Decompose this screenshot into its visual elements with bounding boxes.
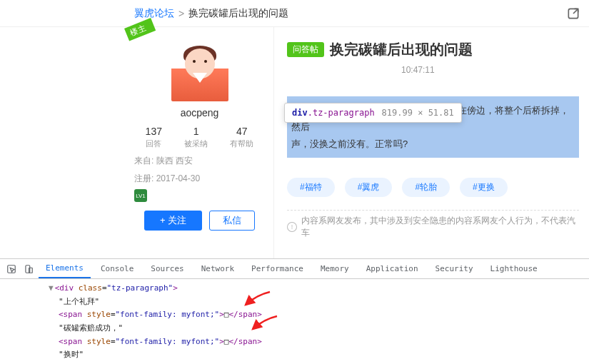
user-stats: 137回答 1被采纳 47有帮助 <box>134 126 265 149</box>
devtools-tabbar: Elements Console Sources Network Perform… <box>0 259 589 279</box>
tag-tire[interactable]: #轮胎 <box>402 178 450 197</box>
share-icon[interactable] <box>566 6 580 21</box>
inspect-icon[interactable] <box>4 262 19 276</box>
breadcrumb-separator: > <box>178 8 184 19</box>
dm-button[interactable]: 私信 <box>209 211 255 231</box>
post-area: 问答帖 换完碳罐后出现的问题 10:47:11 div.tz-paragraph… <box>274 27 589 258</box>
tag-replace[interactable]: #更换 <box>460 178 508 197</box>
stat-helpful[interactable]: 47有帮助 <box>230 126 253 149</box>
dom-span-2[interactable]: <span style="font-family: myfont;">□</sp… <box>39 335 589 349</box>
tab-security[interactable]: Security <box>428 260 480 278</box>
post-timestamp: 10:47:11 <box>401 65 579 75</box>
tab-memory[interactable]: Memory <box>313 260 356 278</box>
tag-ford[interactable]: #福特 <box>287 178 335 197</box>
dom-node[interactable]: ▼<div class="tz-paragraph"> <box>39 282 589 295</box>
user-card: 楼主 aocpeng 137回答 1被采纳 47有帮助 来自: 陕西 西安 注册… <box>126 27 274 258</box>
breadcrumb-link-forum[interactable]: 翼虎论坛 <box>134 7 174 20</box>
tab-lighthouse[interactable]: Lighthouse <box>483 260 545 278</box>
tab-application[interactable]: Application <box>359 260 426 278</box>
user-registered: 注册: 2017-04-30 <box>134 173 265 185</box>
device-icon[interactable] <box>21 262 36 276</box>
dom-text[interactable]: "上个礼拜" <box>39 295 589 309</box>
disclaimer: ! 内容系网友发布，其中涉及到安全隐患的内容系网友个人行为，不代表汽车 <box>287 210 579 239</box>
follow-button[interactable]: + 关注 <box>144 211 202 231</box>
stat-answers[interactable]: 137回答 <box>146 126 162 149</box>
info-icon: ! <box>287 222 297 232</box>
post-title: 换完碳罐后出现的问题 <box>330 40 473 59</box>
user-from: 来自: 陕西 西安 <box>134 155 265 167</box>
dom-text[interactable]: "碳罐索赔成功，" <box>39 322 589 335</box>
qa-badge: 问答帖 <box>287 42 324 57</box>
devtools-dom-tree[interactable]: ▼<div class="tz-paragraph"> "上个礼拜" <span… <box>0 279 589 364</box>
tab-elements[interactable]: Elements <box>39 259 91 278</box>
level-badge: LV1 <box>134 189 147 202</box>
username[interactable]: aocpeng <box>134 107 265 118</box>
breadcrumb-current: 换完碳罐后出现的问题 <box>188 7 288 20</box>
dom-text[interactable]: "换时" <box>39 348 589 362</box>
stat-accepted[interactable]: 1被采纳 <box>184 126 208 149</box>
tag-row: #福特 #翼虎 #轮胎 #更换 <box>287 178 579 197</box>
breadcrumb: 翼虎论坛 > 换完碳罐后出现的问题 <box>0 0 589 27</box>
dom-span-1[interactable]: <span style="font-family: myfont;">□</sp… <box>39 308 589 322</box>
devtools: Elements Console Sources Network Perform… <box>0 258 589 364</box>
inspect-tooltip: div.tz-paragraph819.99 × 51.81 <box>284 103 462 123</box>
tab-console[interactable]: Console <box>94 260 141 278</box>
tab-performance[interactable]: Performance <box>244 260 311 278</box>
tag-kuga[interactable]: #翼虎 <box>345 178 393 197</box>
tab-network[interactable]: Network <box>194 260 241 278</box>
tab-sources[interactable]: Sources <box>144 260 191 278</box>
avatar[interactable] <box>171 44 228 101</box>
